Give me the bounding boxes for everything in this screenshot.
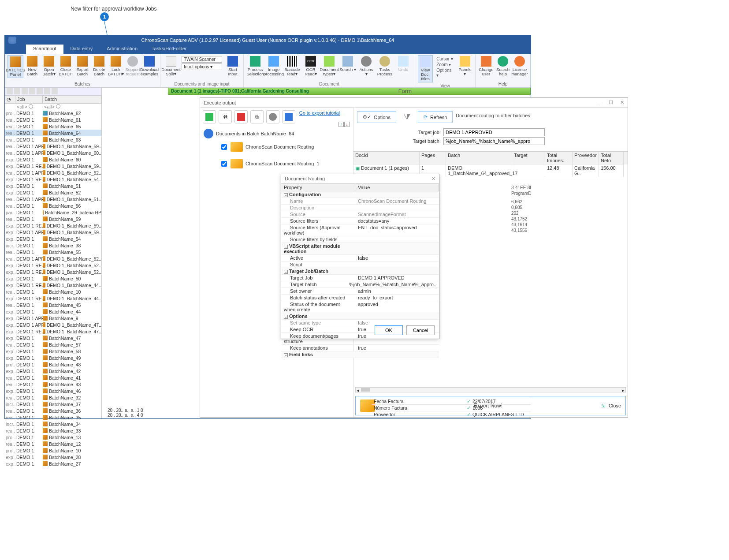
- batch-row[interactable]: exp..DEMO 1BatchName_60: [5, 156, 101, 163]
- batch-row[interactable]: exp..DEMO 1 APP..BatchName_9: [5, 315, 101, 321]
- batch-row[interactable]: rea..DEMO 1BatchName_55: [5, 249, 101, 255]
- tool-icon[interactable]: [14, 88, 20, 94]
- delete-batch-button[interactable]: Delete Batch: [91, 55, 107, 78]
- col-status-icon[interactable]: ◔: [5, 96, 15, 103]
- tasks-process-button[interactable]: Tasks Process: [376, 55, 394, 77]
- view-doc-titles-button[interactable]: View Doc. titles: [418, 55, 433, 82]
- cancel-button[interactable]: Cancel: [406, 325, 435, 335]
- save-button[interactable]: [282, 110, 295, 123]
- input-options-button[interactable]: Input options ▾: [182, 63, 222, 70]
- panels-button[interactable]: Panels ▾: [457, 55, 472, 82]
- actions-button[interactable]: Actions ▾: [357, 55, 375, 77]
- batch-row[interactable]: exp..DEMO 1BatchName_58: [5, 348, 101, 355]
- batch-row[interactable]: rea..DEMO 1BatchName_65: [5, 123, 101, 130]
- batch-row[interactable]: rea..DEMO 1 APP..DEMO 1_BatchName_60..: [5, 149, 101, 156]
- property-row[interactable]: -Options: [281, 313, 439, 320]
- property-row[interactable]: -Target Job/Batch: [281, 268, 439, 275]
- batch-row[interactable]: exp..DEMO 1BatchName_49: [5, 355, 101, 361]
- col-property[interactable]: Property: [281, 184, 355, 191]
- license-manager-button[interactable]: License manager: [512, 55, 528, 77]
- document-split-button[interactable]: Document Split▾: [163, 55, 179, 77]
- batch-row[interactable]: pro..DEMO 1BatchName_13: [5, 434, 101, 441]
- property-row[interactable]: Batch status after createdready_to_expor…: [281, 295, 439, 301]
- batch-row[interactable]: rea..DEMO 1BatchName_59: [5, 216, 101, 222]
- dialog-close-button[interactable]: ✕: [431, 176, 435, 182]
- batch-row[interactable]: exp..DEMO 1BatchName_27: [5, 460, 101, 467]
- change-user-button[interactable]: Change user: [478, 55, 494, 77]
- col-job[interactable]: Job: [15, 96, 43, 103]
- property-row[interactable]: Keep annotationstrue: [281, 345, 439, 351]
- property-row[interactable]: -VBScript after module execution: [281, 243, 439, 255]
- property-row[interactable]: Set owneradmin: [281, 288, 439, 295]
- batch-row[interactable]: exp..DEMO 1 REJ..DEMO 1_BatchName_47..: [5, 328, 101, 335]
- batch-row[interactable]: par..DEMO 1BatchName_29_bateria HP: [5, 209, 101, 216]
- batch-row[interactable]: exp..DEMO 1 APP..DEMO 1_BatchName_59..: [5, 229, 101, 235]
- expand-toggle[interactable]: -: [284, 353, 288, 357]
- batch-row[interactable]: rea..DEMO 1BatchName_57: [5, 341, 101, 348]
- batch-row[interactable]: rea..DEMO 1BatchName_12: [5, 441, 101, 447]
- batch-row[interactable]: rea..DEMO 1BatchName_36: [5, 407, 101, 414]
- support-request-button[interactable]: Support request: [125, 55, 141, 78]
- tool-icon[interactable]: [29, 88, 35, 94]
- property-row[interactable]: Description: [281, 205, 439, 211]
- minimize-button[interactable]: —: [597, 100, 602, 105]
- batch-row[interactable]: rea..DEMO 1BatchName_61: [5, 116, 101, 123]
- lock-batch-button[interactable]: Lock BATCH▾: [108, 55, 124, 78]
- col-value[interactable]: Value: [355, 184, 439, 191]
- search-button[interactable]: Search ▾: [339, 55, 357, 77]
- close-button[interactable]: ⇲Close: [601, 403, 621, 409]
- form-field-row[interactable]: Fecha Factura✓22/07/2017: [372, 398, 531, 404]
- cursor-menu[interactable]: Cursor ▾: [436, 56, 454, 61]
- batch-row[interactable]: exp..DEMO 1BatchName_52: [5, 189, 101, 196]
- col-target[interactable]: Target: [512, 152, 545, 164]
- options-menu[interactable]: Options ▾: [436, 68, 454, 78]
- batch-row[interactable]: exp..DEMO 1 REJ..DEMO 1_BatchName_44..: [5, 282, 101, 288]
- batch-filter[interactable]: <all>: [43, 104, 101, 110]
- batch-row[interactable]: pro..DEMO 1BatchName_10: [5, 447, 101, 454]
- system-menu-icon[interactable]: [8, 37, 16, 44]
- ok-button[interactable]: OK: [375, 325, 403, 335]
- move-up-button[interactable]: ↑: [338, 122, 344, 127]
- property-row[interactable]: NameChronoScan Document Routing: [281, 198, 439, 205]
- new-batch-button[interactable]: New Batch: [24, 55, 40, 78]
- close-batch-button[interactable]: Close BATCH: [58, 55, 74, 78]
- col-neto[interactable]: Total Neto: [599, 152, 624, 164]
- tree-node[interactable]: ChronoScan Document Routing: [221, 142, 350, 152]
- refresh-button[interactable]: ⟳Refresh: [418, 111, 453, 123]
- node-checkbox[interactable]: [221, 144, 227, 150]
- batch-row[interactable]: pro..DEMO 1BatchName_48: [5, 361, 101, 368]
- batch-row[interactable]: exp..DEMO 1 APP..DEMO 1_BatchName_47..: [5, 321, 101, 328]
- batch-row[interactable]: rea..DEMO 1 APP..DEMO 1_BatchName_52..: [5, 169, 101, 176]
- zoom-menu[interactable]: Zoom ▾: [436, 62, 454, 67]
- batch-row[interactable]: exp..DEMO 1BatchName_28: [5, 454, 101, 460]
- batch-row[interactable]: rea..DEMO 1 APP..DEMO 1_BatchName_51..: [5, 196, 101, 202]
- download-examples-button[interactable]: Download examples: [141, 55, 157, 78]
- batch-row[interactable]: exp..DEMO 1BatchName_47: [5, 335, 101, 341]
- undo-button[interactable]: Undo: [394, 55, 412, 77]
- property-row[interactable]: Source filtersdocstatus=any: [281, 218, 439, 224]
- document-types-button[interactable]: Document types▾: [320, 55, 338, 77]
- ocr-read-button[interactable]: OCROCR Read▾: [302, 55, 320, 77]
- form-field-row[interactable]: Proveedor✓QUICK AIRPLANES LTD: [372, 411, 531, 418]
- options-button[interactable]: ⚙✓Options: [357, 111, 396, 123]
- batch-row[interactable]: rea..DEMO 1BatchName_33: [5, 427, 101, 434]
- batch-row[interactable]: rea..DEMO 1 APP..DEMO 1_BatchName_59..: [5, 143, 101, 149]
- batch-row[interactable]: exp..DEMO 1BatchName_46: [5, 388, 101, 394]
- action-button[interactable]: 🛠: [219, 110, 232, 123]
- property-row[interactable]: Target batch%job_Name%_%batch_Name%_appr…: [281, 281, 439, 288]
- batch-row[interactable]: rea..DEMO 1 APP..DEMO 1_BatchName_52..: [5, 255, 101, 262]
- batches-panel-button[interactable]: BATCHES Panel: [7, 55, 23, 78]
- batch-row[interactable]: pro..DEMO 1BatchName_62: [5, 110, 101, 116]
- open-batch-button[interactable]: Open Batch▾: [41, 55, 57, 78]
- property-row[interactable]: Source filters (Approval workflow)ENT_do…: [281, 224, 439, 236]
- batch-row[interactable]: exp..DEMO 1BatchName_42: [5, 368, 101, 374]
- barcode-read-button[interactable]: Barcode read▾: [283, 55, 301, 77]
- export-batch-button[interactable]: Export Batch: [74, 55, 90, 78]
- batch-row[interactable]: incr..DEMO 1BatchName_34: [5, 421, 101, 427]
- node-checkbox[interactable]: [221, 161, 227, 167]
- batch-row[interactable]: rea..DEMO 1BatchName_10: [5, 288, 101, 295]
- tool-icon[interactable]: [22, 88, 28, 94]
- image-processing-button[interactable]: Image processing: [265, 55, 283, 77]
- batch-row[interactable]: exp..DEMO 1 REJ..DEMO 1_BatchName_52..: [5, 262, 101, 269]
- property-row[interactable]: -Field links: [281, 351, 439, 358]
